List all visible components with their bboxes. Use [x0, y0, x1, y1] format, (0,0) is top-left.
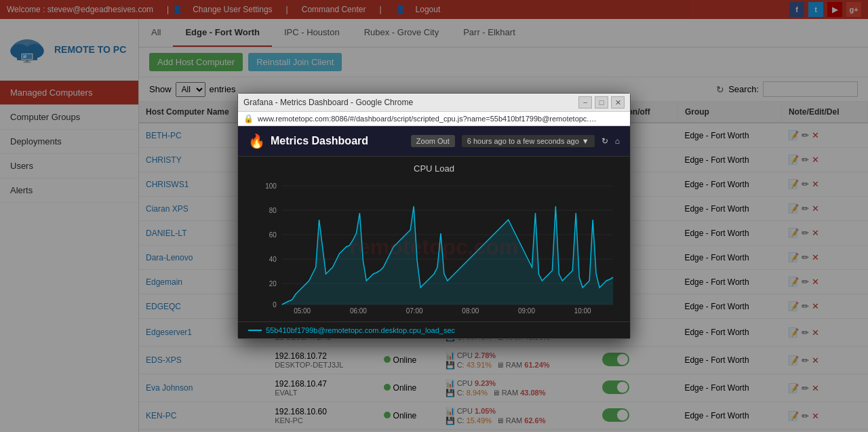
lock-icon: 🔒 [243, 114, 254, 123]
dashboard-footer: 55b410bf1799b@remotetopc.com.desktop.cpu… [238, 321, 630, 338]
maximize-button[interactable]: □ [595, 96, 608, 109]
grafana-icon: 🔥 [248, 133, 265, 149]
chevron-down-icon: ▼ [582, 137, 589, 145]
home-icon[interactable]: ⌂ [615, 136, 620, 146]
chart-area: CPU Load remotetopc.com 100 80 [238, 157, 630, 321]
svg-marker-27 [282, 206, 613, 305]
url-text: www.remotetopc.com:8086/#/dashboard/scri… [258, 115, 597, 123]
dashboard-content: 🔥 Metrics Dashboard Zoom Out 6 hours ago… [238, 126, 630, 338]
svg-text:100: 100 [265, 182, 277, 190]
zoom-out-button[interactable]: Zoom Out [411, 135, 455, 147]
svg-text:09:00: 09:00 [518, 307, 535, 315]
legend-label: 55b410bf1799b@remotetopc.com.desktop.cpu… [266, 326, 455, 334]
svg-text:40: 40 [269, 256, 277, 263]
svg-text:08:00: 08:00 [462, 307, 479, 315]
dashboard-header: 🔥 Metrics Dashboard Zoom Out 6 hours ago… [238, 126, 630, 157]
grafana-overlay: Grafana - Metrics Dashboard - Google Chr… [0, 0, 868, 432]
chart-container: remotetopc.com 100 80 60 40 [248, 179, 620, 315]
grafana-window: Grafana - Metrics Dashboard - Google Chr… [237, 93, 631, 339]
minimize-button[interactable]: − [578, 96, 592, 109]
dashboard-controls: Zoom Out 6 hours ago to a few seconds ag… [411, 135, 620, 147]
time-range-picker[interactable]: 6 hours ago to a few seconds ago ▼ [462, 135, 595, 147]
window-title: Grafana - Metrics Dashboard - Google Chr… [243, 98, 578, 107]
legend-line [248, 330, 262, 331]
svg-text:10:00: 10:00 [574, 307, 591, 315]
cpu-chart: 100 80 60 40 20 0 05:00 06:00 07:00 08:0… [248, 179, 620, 315]
svg-text:0: 0 [273, 301, 277, 309]
svg-text:60: 60 [269, 231, 277, 239]
svg-text:06:00: 06:00 [350, 307, 367, 315]
refresh-chart-icon[interactable]: ↻ [601, 136, 608, 146]
close-button[interactable]: ✕ [611, 96, 625, 109]
address-bar: 🔒 www.remotetopc.com:8086/#/dashboard/sc… [238, 112, 630, 126]
svg-text:80: 80 [269, 207, 277, 214]
dashboard-title: Metrics Dashboard [271, 135, 368, 147]
svg-text:20: 20 [269, 280, 277, 288]
svg-text:05:00: 05:00 [294, 307, 311, 315]
window-buttons: − □ ✕ [578, 96, 625, 109]
time-range-text: 6 hours ago to a few seconds ago [467, 137, 579, 145]
window-titlebar: Grafana - Metrics Dashboard - Google Chr… [238, 94, 630, 112]
svg-text:07:00: 07:00 [406, 307, 423, 315]
grafana-logo: 🔥 Metrics Dashboard [248, 133, 368, 149]
chart-title: CPU Load [248, 163, 620, 174]
